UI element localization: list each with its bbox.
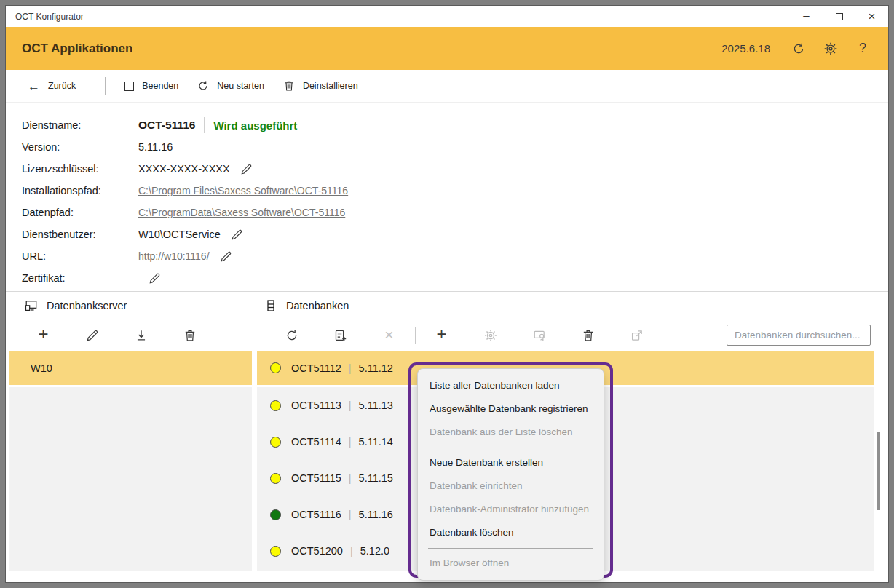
add-server-button[interactable]: + (19, 327, 68, 343)
db-name: OCT51116 (291, 509, 341, 520)
setup-database-button[interactable] (466, 329, 515, 342)
detail-link[interactable]: C:\ProgramData\Saxess Software\OCT-51116 (138, 207, 345, 218)
db-status-dot (270, 400, 281, 411)
create-database-button[interactable]: + (417, 327, 466, 343)
delete-server-button[interactable] (165, 329, 214, 342)
db-name: OCT51112 (291, 362, 341, 374)
edit-server-button[interactable] (68, 329, 116, 342)
uninstall-label: Deinstallieren (303, 81, 358, 91)
db-status-dot (270, 546, 281, 557)
edit-button[interactable] (149, 272, 161, 285)
detail-value (138, 272, 161, 285)
edit-button[interactable] (220, 250, 232, 263)
menu-item[interactable]: Neue Datenbank erstellen (418, 451, 604, 474)
detail-row-4: Datenpfad:C:\ProgramData\Saxess Software… (22, 202, 888, 223)
db-name: OCT51115 (291, 472, 341, 484)
register-database-button[interactable] (316, 329, 365, 342)
close-button[interactable]: × (855, 6, 888, 27)
menu-item: Datenbank-Administrator hinzufügen (418, 498, 604, 521)
detail-link[interactable]: C:\Program Files\Saxess Software\OCT-511… (138, 185, 348, 196)
detail-row-1: Version:5.11.16 (22, 136, 888, 158)
edit-button[interactable] (231, 229, 243, 241)
db-version: 5.12.0 (360, 545, 389, 557)
toolbar-divider (105, 77, 106, 95)
detail-value: 5.11.16 (138, 141, 173, 153)
servers-toolbar: + (9, 319, 252, 351)
db-divider: | (349, 472, 352, 484)
stop-service-button[interactable]: Beenden (124, 81, 178, 91)
gear-icon (824, 42, 837, 55)
header-actions: 2025.6.18 ? (721, 42, 869, 55)
restart-service-button[interactable]: Neu starten (197, 80, 264, 92)
add-icon: + (436, 325, 446, 343)
detail-label: Installationspfad: (22, 185, 138, 196)
menu-item: Im Browser öffnen (418, 552, 604, 575)
db-name: OCT51114 (291, 436, 341, 448)
cancel-button[interactable]: × (365, 328, 414, 342)
detail-value-text: W10\OCTService (138, 229, 221, 240)
action-toolbar: ← Zurück Beenden Neu starten Deinstallie… (6, 70, 888, 103)
db-version: 5.11.13 (359, 400, 393, 411)
edit-pencil-icon (149, 272, 161, 285)
stop-label: Beenden (142, 81, 178, 91)
service-status-badge: Wird ausgeführt (213, 119, 297, 132)
uninstall-button[interactable]: Deinstallieren (283, 80, 358, 92)
menu-separator (428, 448, 593, 448)
maximize-icon (836, 13, 843, 20)
search-wrap (727, 325, 871, 346)
help-button[interactable]: ? (856, 42, 869, 55)
edit-button[interactable] (240, 163, 253, 175)
db-status-dot (270, 362, 281, 373)
db-version: 5.11.15 (359, 472, 393, 484)
restart-icon (197, 80, 209, 92)
delete-database-button[interactable] (563, 329, 612, 342)
server-list: W10 (9, 351, 252, 571)
detail-row-0: Dienstname:OCT-51116Wird ausgeführt (22, 114, 888, 136)
detail-row-6: URL:http://w10:1116/ (22, 245, 888, 267)
download-server-button[interactable] (116, 329, 165, 342)
close-icon: × (869, 10, 876, 23)
menu-item[interactable]: Datenbank löschen (418, 521, 604, 544)
app-window: OCT Konfigurator – × OCT Applikationen 2… (5, 5, 889, 583)
menu-item[interactable]: Liste aller Datenbanken laden (418, 374, 604, 397)
db-divider: | (350, 545, 353, 557)
databases-toolbar-divider (415, 327, 416, 344)
server-name: W10 (31, 362, 52, 374)
detail-value: http://w10:1116/ (138, 250, 232, 263)
cancel-icon: × (384, 327, 393, 342)
servers-panel-title: Datenbankserver (47, 300, 127, 311)
scrollbar-thumb[interactable] (877, 432, 880, 510)
register-list-icon (334, 329, 347, 342)
maximize-button[interactable] (823, 6, 855, 27)
refresh-button[interactable] (792, 42, 805, 55)
db-name: OCT51200 (291, 545, 343, 557)
menu-item[interactable]: Ausgewählte Datenbank registrieren (418, 397, 604, 421)
devices-icon (25, 299, 38, 312)
open-in-browser-button[interactable] (612, 329, 661, 342)
db-status-dot (270, 473, 281, 484)
minimize-icon: – (803, 9, 809, 20)
stop-icon (124, 82, 134, 91)
detail-link[interactable]: http://w10:1116/ (138, 250, 210, 262)
detail-label: URL: (22, 250, 138, 262)
detail-value-text: OCT-51116 (138, 119, 195, 132)
edit-pencil-icon (220, 250, 232, 263)
menu-item: Datenbank aus der Liste löschen (418, 421, 604, 444)
db-version: 5.11.14 (359, 436, 393, 448)
back-button[interactable]: ← Zurück (28, 80, 76, 92)
detail-row-5: Dienstbenutzer:W10\OCTService (22, 223, 888, 245)
detail-value: C:\ProgramData\Saxess Software\OCT-51116 (138, 207, 345, 218)
version-date: 2025.6.18 (721, 42, 770, 55)
search-input[interactable] (727, 325, 871, 346)
app-header: OCT Applikationen 2025.6.18 ? (6, 27, 888, 70)
databases-toolbar: × + (257, 319, 874, 351)
settings-button[interactable] (824, 42, 837, 55)
trash-icon (283, 80, 295, 92)
server-list-item[interactable]: W10 (9, 351, 252, 387)
minimize-button[interactable]: – (790, 6, 823, 27)
reload-databases-button[interactable] (267, 329, 316, 342)
context-menu-highlight: Liste aller Datenbanken ladenAusgewählte… (408, 362, 613, 578)
detail-label: Lizenzschlüssel: (22, 163, 138, 175)
add-database-admin-button[interactable] (515, 329, 563, 342)
detail-value: C:\Program Files\Saxess Software\OCT-511… (138, 185, 348, 196)
